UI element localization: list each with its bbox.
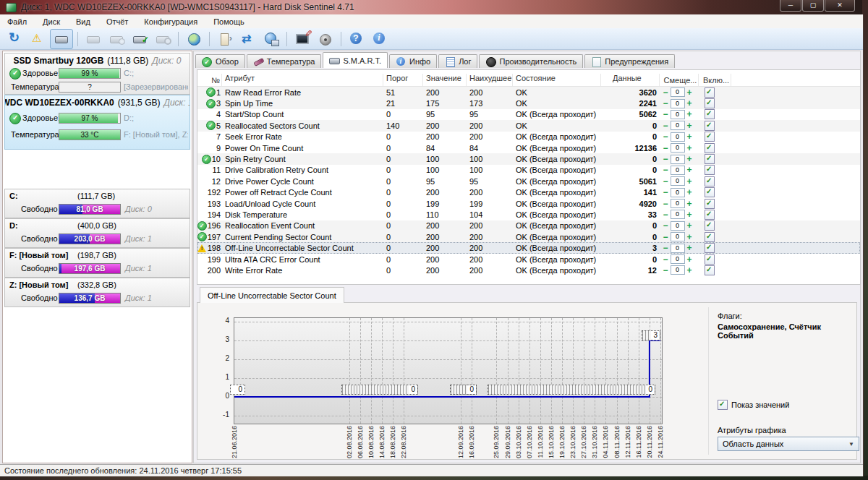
monitor-test-button[interactable] <box>292 30 313 48</box>
graph-attribute-dropdown[interactable]: Область данных <box>718 437 859 451</box>
attribute-enabled-checkbox[interactable] <box>705 232 715 242</box>
offset-increase-button[interactable]: + <box>686 132 693 141</box>
smart-attribute-row[interactable]: 12 Drive Power Cycle Count 0 95 95 OK (В… <box>197 176 860 187</box>
offset-increase-button[interactable]: + <box>686 88 693 97</box>
offset-decrease-button[interactable]: − <box>663 200 669 208</box>
smart-attribute-row[interactable]: 3 Spin Up Time 21 175 173 OK 2241 − 0 <box>197 98 860 108</box>
offset-decrease-button[interactable]: − <box>663 166 669 174</box>
partition-item[interactable]: C: (111,7 GB) Свободно 81,0 GB Диск: 0 <box>4 189 190 218</box>
attribute-enabled-checkbox[interactable] <box>705 121 715 131</box>
offset-decrease-button[interactable]: − <box>663 210 669 219</box>
tab-temperature[interactable]: Температура <box>247 54 322 68</box>
attribute-enabled-checkbox[interactable] <box>705 220 715 231</box>
help-button[interactable] <box>346 30 367 48</box>
smart-attribute-row[interactable]: 193 Load/Unload Cycle Count 0 199 199 OK… <box>197 198 860 209</box>
smart-attribute-row[interactable]: 1 Raw Read Error Rate 51 200 200 OK 3620… <box>197 87 860 98</box>
panel-button[interactable] <box>214 30 236 48</box>
smart-attribute-row[interactable]: 11 Drive Calibration Retry Count 0 100 1… <box>197 165 860 176</box>
tab-warnings[interactable]: Предупреждения <box>584 54 675 68</box>
offset-increase-button[interactable]: + <box>686 155 693 163</box>
menu-help[interactable]: Помощь <box>213 17 244 26</box>
report-button[interactable] <box>27 30 48 48</box>
maximize-button[interactable]: ▢ <box>802 0 824 12</box>
attribute-enabled-checkbox[interactable] <box>705 265 715 275</box>
menu-report[interactable]: Отчёт <box>106 17 128 26</box>
sync-button[interactable] <box>237 30 259 48</box>
attribute-enabled-checkbox[interactable] <box>705 254 715 265</box>
attribute-enabled-checkbox[interactable] <box>705 176 715 187</box>
tab-info[interactable]: Инфо <box>389 54 437 68</box>
smart-attribute-row[interactable]: 192 Power off Retract Cycle Count 0 200 … <box>197 187 860 198</box>
offset-decrease-button[interactable]: − <box>663 233 669 241</box>
minimize-button[interactable]: ─ <box>780 0 801 12</box>
sound-button[interactable] <box>315 30 336 48</box>
info-button[interactable] <box>369 30 391 48</box>
offset-increase-button[interactable]: + <box>686 177 693 186</box>
attribute-enabled-checkbox[interactable] <box>705 243 715 253</box>
smart-attribute-row[interactable]: 7 Seek Error Rate 0 200 200 OK (Всегда п… <box>197 132 860 142</box>
smart-attribute-row[interactable]: 9 Power On Time Count 0 84 84 OK (Всегда… <box>197 142 860 153</box>
offset-increase-button[interactable]: + <box>686 210 693 219</box>
tab-overview[interactable]: Обзор <box>195 54 245 68</box>
offset-decrease-button[interactable]: − <box>663 177 669 186</box>
offset-increase-button[interactable]: + <box>686 144 693 153</box>
offset-increase-button[interactable]: + <box>686 99 693 108</box>
network-button[interactable] <box>183 30 205 48</box>
attribute-enabled-checkbox[interactable] <box>705 143 715 153</box>
disk-item-1-selected[interactable]: WDC WD10EZEX-00RKKA0 (931,5 GB) Диск: 1 … <box>4 95 190 150</box>
menu-configuration[interactable]: Конфигурация <box>144 17 197 26</box>
offset-increase-button[interactable]: + <box>686 255 693 264</box>
attribute-enabled-checkbox[interactable] <box>705 98 715 108</box>
offset-decrease-button[interactable]: − <box>663 266 669 275</box>
partition-item[interactable]: D: (400,0 GB) Свободно 203,0 GB Диск: 1 <box>4 218 190 248</box>
offset-increase-button[interactable]: + <box>686 266 693 275</box>
smart-attribute-row[interactable]: 4 Start/Stop Count 0 95 95 OK (Всегда пр… <box>197 109 860 120</box>
smart-attribute-row[interactable]: 10 Spin Retry Count 0 100 100 OK (Всегда… <box>197 153 860 164</box>
attribute-enabled-checkbox[interactable] <box>705 87 715 98</box>
offset-decrease-button[interactable]: − <box>663 99 669 108</box>
smart-attribute-row[interactable]: 198 Off-Line Uncorrectable Sector Count … <box>197 242 860 253</box>
refresh-button[interactable] <box>4 30 25 48</box>
smart-attribute-row[interactable]: 200 Write Error Rate 0 200 200 OK (Всегд… <box>197 265 860 275</box>
disk-overview-button[interactable] <box>50 29 73 49</box>
offset-decrease-button[interactable]: − <box>663 221 669 230</box>
offset-increase-button[interactable]: + <box>686 221 693 230</box>
offset-increase-button[interactable]: + <box>686 200 693 208</box>
attribute-enabled-checkbox[interactable] <box>705 165 715 175</box>
chart-attribute-tab[interactable]: Off-Line Uncorrectable Sector Count <box>200 287 344 303</box>
offset-decrease-button[interactable]: − <box>663 110 669 119</box>
attribute-enabled-checkbox[interactable] <box>705 210 715 220</box>
show-values-checkbox[interactable] <box>718 400 728 410</box>
offset-increase-button[interactable]: + <box>686 166 693 174</box>
smart-attribute-row[interactable]: 196 Reallocation Event Count 0 200 200 O… <box>197 220 860 231</box>
offset-increase-button[interactable]: + <box>686 244 693 252</box>
menu-disk[interactable]: Диск <box>43 17 60 26</box>
tab-log[interactable]: Лог <box>438 54 477 68</box>
smart-attribute-row[interactable]: 194 Disk Temperature 0 110 104 OK (Всегд… <box>197 209 860 220</box>
attribute-enabled-checkbox[interactable] <box>705 132 715 142</box>
close-button[interactable]: ✕ <box>825 0 855 12</box>
partition-item[interactable]: Z: [Новый том] (332,8 GB) Свободно 136,7… <box>4 278 190 307</box>
smart-attribute-row[interactable]: 197 Current Pending Sector Count 0 200 2… <box>197 231 860 242</box>
offset-decrease-button[interactable]: − <box>663 88 669 97</box>
attribute-enabled-checkbox[interactable] <box>705 187 715 197</box>
partition-item[interactable]: F: [Новый том] (198,7 GB) Свободно 197,6… <box>4 248 190 278</box>
offset-decrease-button[interactable]: − <box>663 155 669 163</box>
offset-decrease-button[interactable]: − <box>663 144 669 153</box>
offset-increase-button[interactable]: + <box>686 233 693 241</box>
tab-performance[interactable]: Производительность <box>479 54 583 68</box>
tab-smart[interactable]: S.M.A.R.T. <box>323 52 388 68</box>
disk-test-ok-button[interactable] <box>129 30 150 48</box>
menu-view[interactable]: Вид <box>76 17 90 26</box>
attribute-enabled-checkbox[interactable] <box>705 154 715 164</box>
offset-increase-button[interactable]: + <box>686 188 693 197</box>
attribute-enabled-checkbox[interactable] <box>705 199 715 209</box>
offset-decrease-button[interactable]: − <box>663 244 669 252</box>
remote-monitor-button[interactable] <box>260 30 282 48</box>
offset-increase-button[interactable]: + <box>686 121 693 130</box>
smart-attribute-row[interactable]: 5 Reallocated Sectors Count 140 200 200 … <box>197 120 860 131</box>
disk-item-0[interactable]: SSD Smartbuy 120GB (111,8 GB) Диск: 0 Зд… <box>4 53 190 95</box>
menu-file[interactable]: Файл <box>7 17 27 26</box>
offset-decrease-button[interactable]: − <box>663 255 669 264</box>
offset-decrease-button[interactable]: − <box>663 188 669 197</box>
